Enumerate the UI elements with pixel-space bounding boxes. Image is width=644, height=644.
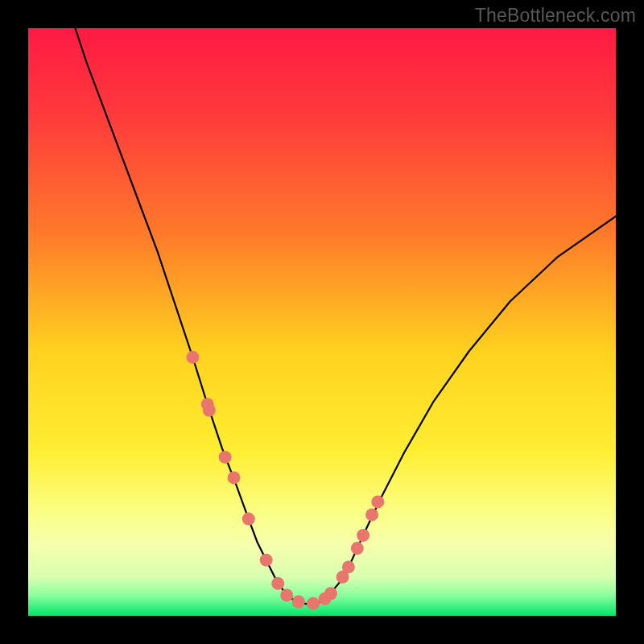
marker-point bbox=[186, 351, 199, 364]
marker-point bbox=[280, 588, 293, 601]
marker-point bbox=[260, 554, 273, 567]
marker-point bbox=[324, 587, 337, 600]
marker-point bbox=[292, 595, 305, 608]
marker-point bbox=[357, 529, 369, 542]
figure-container: TheBottleneck.com bbox=[0, 0, 644, 644]
marker-point bbox=[242, 513, 255, 526]
marker-point bbox=[228, 471, 241, 484]
plot-area bbox=[28, 28, 616, 616]
marker-point bbox=[371, 495, 384, 508]
bottleneck-chart bbox=[28, 28, 616, 616]
watermark-text: TheBottleneck.com bbox=[475, 5, 636, 27]
marker-point bbox=[351, 542, 364, 555]
marker-point bbox=[307, 597, 320, 610]
marker-point bbox=[219, 451, 232, 464]
marker-point bbox=[271, 577, 284, 590]
marker-point bbox=[342, 560, 355, 573]
gradient-background bbox=[28, 28, 616, 616]
marker-point bbox=[365, 508, 378, 521]
marker-point bbox=[203, 404, 216, 417]
